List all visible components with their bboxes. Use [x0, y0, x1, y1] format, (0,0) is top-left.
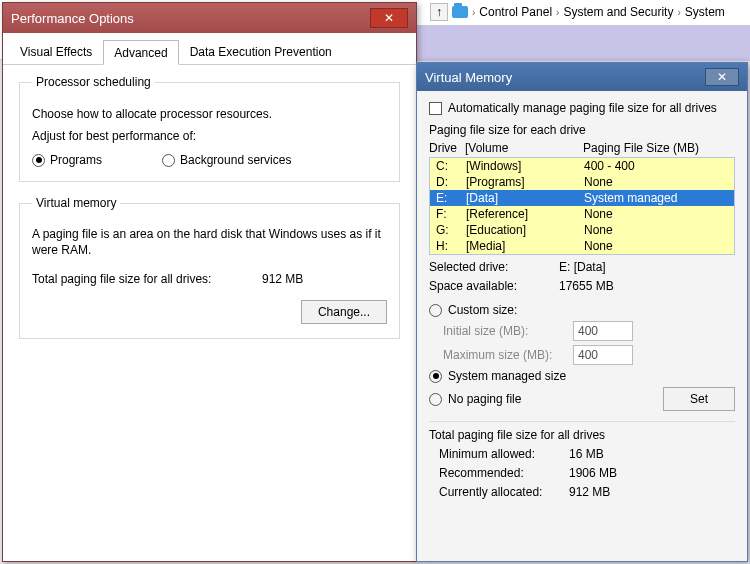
chevron-right-icon: › [472, 7, 475, 18]
tab-visual-effects[interactable]: Visual Effects [9, 39, 103, 64]
virtual-memory-window: Virtual Memory ✕ Automatically manage pa… [416, 62, 748, 562]
checkbox-label: Automatically manage paging file size fo… [448, 101, 717, 115]
totals-title: Total paging file size for all drives [429, 428, 735, 442]
window-title: Virtual Memory [425, 70, 705, 85]
drive-list-header: Drive [Volume Paging File Size (MB) [429, 141, 735, 155]
hdr-size: Paging File Size (MB) [583, 141, 735, 155]
drive-row[interactable]: F:[Reference]None [430, 206, 734, 222]
close-icon: ✕ [717, 70, 727, 84]
breadcrumb-item[interactable]: System and Security [563, 5, 673, 19]
vm-total-label: Total paging file size for all drives: [32, 272, 262, 286]
radio-icon [429, 370, 442, 383]
radio-icon [429, 304, 442, 317]
processor-scheduling-group: Processor scheduling Choose how to alloc… [19, 75, 400, 182]
window-title: Performance Options [11, 11, 370, 26]
auto-manage-checkbox[interactable]: Automatically manage paging file size fo… [429, 101, 735, 115]
radio-label: Custom size: [448, 303, 517, 317]
drive-row[interactable]: E:[Data]System managed [430, 190, 734, 206]
group-legend: Processor scheduling [32, 75, 155, 89]
drive-row[interactable]: G:[Education]None [430, 222, 734, 238]
close-button[interactable]: ✕ [370, 8, 408, 28]
vm-total-value: 912 MB [262, 272, 303, 286]
drive-row[interactable]: C:[Windows]400 - 400 [430, 158, 734, 174]
explorer-content-bg [417, 25, 750, 61]
recommended-label: Recommended: [439, 466, 569, 480]
adjust-label: Adjust for best performance of: [32, 129, 387, 143]
radio-icon [162, 154, 175, 167]
tab-strip: Visual Effects Advanced Data Execution P… [3, 33, 416, 65]
up-button[interactable]: ↑ [430, 3, 448, 21]
selected-drive-label: Selected drive: [429, 260, 559, 274]
vm-description: A paging file is an area on the hard dis… [32, 226, 387, 258]
drive-list[interactable]: C:[Windows]400 - 400 D:[Programs]None E:… [429, 157, 735, 255]
min-allowed-value: 16 MB [569, 447, 604, 461]
initial-size-label: Initial size (MB): [443, 324, 563, 338]
radio-custom-size[interactable]: Custom size: [429, 303, 735, 317]
radio-programs[interactable]: Programs [32, 153, 102, 167]
group-legend: Virtual memory [32, 196, 120, 210]
set-button[interactable]: Set [663, 387, 735, 411]
drive-row[interactable]: H:[Media]None [430, 238, 734, 254]
radio-label: No paging file [448, 392, 521, 406]
folder-icon [452, 6, 468, 18]
radio-label: Background services [180, 153, 291, 167]
initial-size-input[interactable] [573, 321, 633, 341]
recommended-value: 1906 MB [569, 466, 617, 480]
radio-background-services[interactable]: Background services [162, 153, 291, 167]
change-button[interactable]: Change... [301, 300, 387, 324]
pf-each-label: Paging file size for each drive [429, 123, 735, 137]
radio-no-paging-file[interactable]: No paging file [429, 392, 521, 406]
tab-body: Processor scheduling Choose how to alloc… [3, 65, 416, 363]
breadcrumb-item[interactable]: System [685, 5, 725, 19]
breadcrumb: ↑ › Control Panel › System and Security … [430, 3, 725, 21]
currently-allocated-label: Currently allocated: [439, 485, 569, 499]
maximum-size-input[interactable] [573, 345, 633, 365]
currently-allocated-value: 912 MB [569, 485, 610, 499]
help-text: Choose how to allocate processor resourc… [32, 107, 387, 121]
close-button[interactable]: ✕ [705, 68, 739, 86]
space-available-value: 17655 MB [559, 279, 614, 293]
hdr-drive: Drive [429, 141, 465, 155]
titlebar[interactable]: Performance Options ✕ [3, 3, 416, 33]
hdr-volume: [Volume [465, 141, 583, 155]
radio-label: Programs [50, 153, 102, 167]
min-allowed-label: Minimum allowed: [439, 447, 569, 461]
radio-label: System managed size [448, 369, 566, 383]
tab-advanced[interactable]: Advanced [103, 40, 178, 65]
close-icon: ✕ [384, 11, 394, 25]
radio-system-managed[interactable]: System managed size [429, 369, 735, 383]
tab-dep[interactable]: Data Execution Prevention [179, 39, 343, 64]
checkbox-icon [429, 102, 442, 115]
drive-row[interactable]: D:[Programs]None [430, 174, 734, 190]
chevron-right-icon: › [677, 7, 680, 18]
performance-options-window: Performance Options ✕ Visual Effects Adv… [2, 2, 417, 562]
breadcrumb-item[interactable]: Control Panel [479, 5, 552, 19]
maximum-size-label: Maximum size (MB): [443, 348, 563, 362]
radio-icon [429, 393, 442, 406]
chevron-right-icon: › [556, 7, 559, 18]
virtual-memory-group: Virtual memory A paging file is an area … [19, 196, 400, 339]
selected-drive-value: E: [Data] [559, 260, 606, 274]
radio-icon [32, 154, 45, 167]
space-available-label: Space available: [429, 279, 559, 293]
titlebar[interactable]: Virtual Memory ✕ [417, 63, 747, 91]
